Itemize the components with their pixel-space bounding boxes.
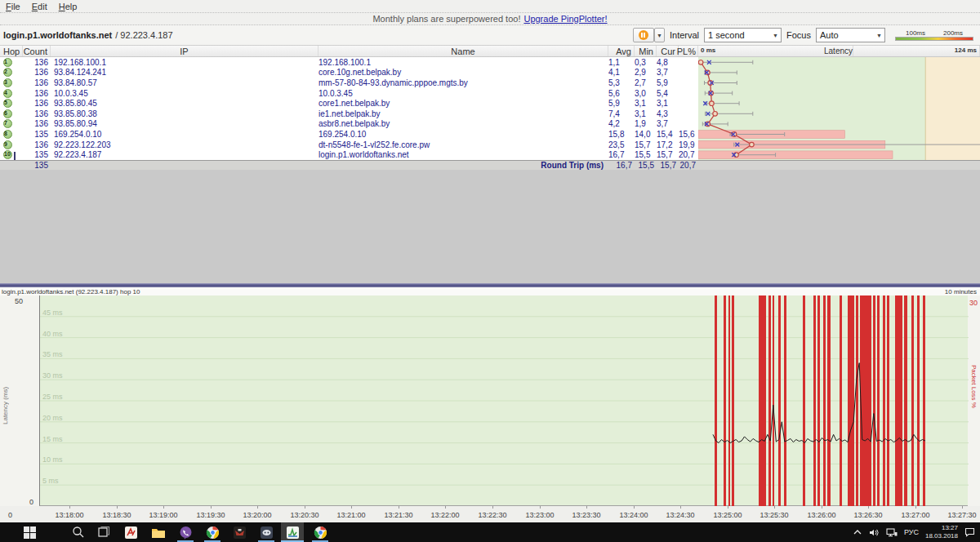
cell-cur: 3,7: [657, 68, 679, 77]
header-avg[interactable]: Avg: [608, 46, 635, 56]
svg-text:5 ms: 5 ms: [42, 477, 59, 485]
pause-button[interactable]: [633, 28, 654, 42]
latency-min-label: 0 ms: [701, 47, 715, 54]
graphed-hop-icon: [14, 152, 16, 158]
x-axis-tick: [117, 506, 118, 509]
svg-text:25 ms: 25 ms: [42, 393, 63, 401]
x-axis-tick: [69, 506, 70, 509]
cell-ip: 192.168.100.1: [51, 58, 318, 67]
x-axis-time-label: 13:21:30: [380, 511, 417, 519]
x-axis-tick: [305, 506, 305, 509]
cell-cur: 5,4: [657, 89, 679, 98]
x-axis-tick: [822, 506, 822, 509]
hop-number-badge: 8: [3, 130, 12, 139]
x-axis-tick: [211, 506, 212, 509]
timeline-title: login.p1.worldoftanks.net (92.223.4.187)…: [2, 288, 140, 295]
header-min[interactable]: Min: [635, 46, 657, 56]
discord-icon[interactable]: [255, 522, 278, 542]
cell-name: core1.net.belpak.by: [318, 99, 608, 108]
speaker-icon[interactable]: [869, 528, 880, 537]
header-latency[interactable]: 0 ms Latency 124 ms: [698, 46, 980, 56]
cell-avg: 5,6: [608, 89, 635, 98]
header-pl[interactable]: PL%: [679, 46, 698, 56]
menu-item-file[interactable]: File: [0, 2, 26, 11]
upgrade-banner: Monthly plans are superpowered too! Upgr…: [0, 12, 980, 25]
header-count[interactable]: Count: [23, 46, 51, 56]
task-view-icon[interactable]: [92, 522, 115, 542]
table-header: Hop Count IP Name Avg Min Cur PL% 0 ms L…: [0, 46, 980, 57]
x-axis-tick: [540, 506, 541, 509]
x-axis-time-label: 13:19:30: [192, 511, 229, 519]
header-name[interactable]: Name: [318, 46, 608, 56]
cell-pl: 19,9: [679, 140, 698, 149]
action-center-icon[interactable]: [964, 527, 975, 537]
timeline-graph-area: 50 0 Latency (ms) 30 Packet Loss % 45 ms…: [0, 295, 980, 506]
round-trip-count: 135: [23, 161, 51, 170]
x-axis-time-label: 13:23:00: [521, 511, 559, 519]
cell-cur: 5,9: [657, 78, 679, 87]
cell-cur: 3,7: [657, 119, 679, 128]
menu-item-help[interactable]: Help: [53, 2, 83, 11]
svg-text:45 ms: 45 ms: [42, 309, 63, 317]
red-stamp-app-icon[interactable]: [119, 522, 142, 542]
interval-select[interactable]: 1 second▼: [704, 28, 782, 42]
network-icon[interactable]: [886, 528, 898, 537]
hop-number-badge: 10: [3, 150, 12, 159]
pingplotter-icon[interactable]: [281, 522, 304, 542]
viber-icon[interactable]: [174, 522, 197, 542]
x-axis-tick: [728, 506, 728, 509]
chrome-profile-icon[interactable]: [309, 522, 332, 542]
pause-dropdown-button[interactable]: ▼: [654, 28, 665, 42]
cell-min: 15,5: [635, 150, 657, 159]
focus-label: Focus: [786, 30, 811, 40]
latency-max-label: 124 ms: [955, 47, 977, 54]
x-axis-tick: [399, 506, 399, 509]
cell-avg: 15,8: [608, 130, 635, 139]
cell-cur: 3,1: [657, 99, 679, 108]
header-hop[interactable]: Hop: [0, 46, 23, 56]
cell-avg: 7,4: [608, 109, 635, 118]
round-trip-row: 135 Round Trip (ms) 16,7 15,5 15,7 20,7: [0, 160, 980, 170]
latency-minigraph[interactable]: [698, 57, 980, 160]
header-ip[interactable]: IP: [51, 46, 318, 56]
x-axis-tick: [774, 506, 775, 509]
target-bar: login.p1.worldoftanks.net / 92.223.4.187…: [0, 25, 980, 46]
cell-count: 136: [23, 78, 51, 87]
hop-number-badge: 9: [3, 140, 12, 149]
x-axis-tick: [680, 506, 681, 509]
cell-pl: 15,6: [679, 130, 698, 139]
header-cur[interactable]: Cur: [657, 46, 679, 56]
cell-count: 136: [23, 99, 51, 108]
timeline-range-label: 10 minutes: [945, 288, 977, 295]
timeline-plot[interactable]: 45 ms40 ms35 ms30 ms25 ms20 ms15 ms10 ms…: [39, 295, 968, 506]
round-trip-avg: 16,7: [608, 161, 635, 170]
target-host: login.p1.worldoftanks.net: [3, 30, 112, 40]
x-axis-time-label: 13:27:30: [943, 511, 980, 519]
cell-min: 1,9: [635, 119, 657, 128]
tray-chevron-up-icon[interactable]: [853, 528, 862, 536]
cell-avg: 4,1: [608, 68, 635, 77]
cell-count: 136: [23, 68, 51, 77]
upgrade-link[interactable]: Upgrade PingPlotter!: [523, 14, 607, 24]
cell-name: ie1.net.belpak.by: [318, 109, 608, 118]
banner-text: Monthly plans are superpowered too!: [372, 14, 520, 24]
y-axis-title: Latency (ms): [2, 369, 9, 442]
search-icon[interactable]: [67, 522, 90, 542]
x-axis-tick: [492, 506, 493, 509]
x-axis-time-label: 13:27:00: [897, 511, 934, 519]
cell-avg: 23,5: [608, 140, 635, 149]
cell-name: 169.254.0.10: [318, 130, 608, 139]
round-trip-min: 15,5: [635, 161, 657, 170]
menu-item-edit[interactable]: Edit: [26, 2, 53, 11]
world-of-tanks-icon[interactable]: [228, 522, 251, 542]
cell-min: 3,1: [635, 109, 657, 118]
cell-count: 135: [23, 150, 51, 159]
focus-select[interactable]: Auto▼: [816, 28, 885, 42]
file-explorer-icon[interactable]: [147, 522, 170, 542]
cell-min: 2,9: [635, 68, 657, 77]
chrome-icon[interactable]: [201, 522, 224, 542]
start-button[interactable]: [18, 522, 41, 542]
clock[interactable]: 13:27 18.03.2018: [925, 524, 958, 540]
svg-text:35 ms: 35 ms: [42, 350, 63, 358]
language-indicator[interactable]: РУС: [904, 528, 919, 536]
